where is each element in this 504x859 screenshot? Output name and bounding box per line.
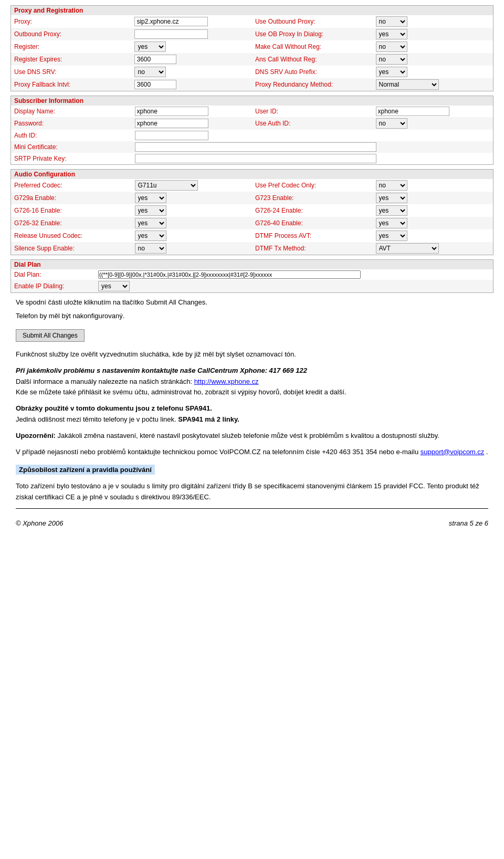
select-g723[interactable]: yesno [376,193,407,203]
config-area: Proxy and Registration Proxy: Use Outbou… [10,5,494,293]
input-display-name[interactable] [135,107,208,116]
value-g726-24: yesno [373,204,494,217]
select-g726-24[interactable]: yesno [376,205,407,216]
label-silence-supp: Silence Supp Enable: [11,242,132,255]
label-proxy-fallback: Proxy Fallback Intvl: [11,78,131,91]
footer-left: © Xphone 2006 [16,519,64,527]
dialplan-section-header: Dial Plan [11,260,493,269]
input-dial-plan[interactable] [98,270,361,279]
select-use-outbound-proxy[interactable]: noyes [376,16,407,27]
submit-all-changes-button[interactable]: Submit All Changes [16,329,85,342]
select-g726-40[interactable]: yesno [376,218,407,228]
input-outbound-proxy[interactable] [134,29,208,39]
para3-normal: Jediná odlišnost mezi těmito telefony je… [16,415,176,423]
value-use-auth-id: noyes [373,117,494,130]
footer: © Xphone 2006 strana 5 ze 6 [16,519,488,527]
audio-table: Preferred Codec: G711uG711aG729aG723 Use… [11,179,493,255]
label-g729a: G729a Enable: [11,192,132,204]
table-row: Dial Plan: [11,269,493,280]
input-mini-cert[interactable] [135,142,376,152]
input-user-id[interactable] [376,107,449,116]
value-dns-srv-auto-prefix: yesno [373,66,494,78]
dialplan-table: Dial Plan: Enable IP Dialing: yesno [11,269,493,292]
label-outbound-proxy: Outbound Proxy: [11,28,131,40]
input-proxy[interactable] [134,17,208,26]
input-password[interactable] [135,119,208,128]
value-g723: yesno [373,192,494,204]
label-dns-srv-auto-prefix: DNS SRV Auto Prefix: [252,66,373,78]
label-empty1 [252,130,373,141]
value-proxy-fallback [131,78,251,91]
select-enable-ip-dialing[interactable]: yesno [98,281,130,291]
footer-right: strana 5 ze 6 [449,519,488,527]
value-password [132,117,253,130]
select-g726-16[interactable]: yesno [135,205,166,216]
main-content: Ve spodní části uložte kliknutím na tlač… [10,297,494,527]
xphone-link[interactable]: http://www.xphone.cz [194,378,259,385]
select-dns-srv-auto-prefix[interactable]: yesno [376,67,407,77]
para6: Toto zařízení bylo testováno a je v soul… [16,481,488,503]
page: Proxy and Registration Proxy: Use Outbou… [0,0,504,538]
para5: V případě nejasností nebo problémů konta… [16,447,488,458]
highlight-box: Způsobilost zařízení a pravidla používán… [16,465,155,475]
select-preferred-codec[interactable]: G711uG711aG729aG723 [135,180,198,191]
select-use-ob-dialog[interactable]: yesno [376,29,407,39]
table-row: Display Name: User ID: [11,106,493,117]
para5-end: . [486,448,488,456]
select-use-pref-codec-only[interactable]: noyes [376,180,407,191]
select-use-dns-srv[interactable]: noyes [134,67,166,77]
value-auth-id [132,130,253,141]
select-silence-supp[interactable]: noyes [135,243,166,254]
value-mini-cert [132,141,494,153]
label-proxy-redundancy: Proxy Redundancy Method: [252,78,373,91]
label-g726-24: G726-24 Enable: [252,204,373,217]
value-srtp-key [132,153,494,164]
table-row: Enable IP Dialing: yesno [11,280,493,292]
para3-bold2: SPA941 má 2 linky. [178,415,239,423]
audio-section-header: Audio Configuration [11,170,493,179]
label-release-unused-codec: Release Unused Codec: [11,229,132,242]
select-make-call-without-reg[interactable]: noyes [376,41,407,52]
label-enable-ip-dialing: Enable IP Dialing: [11,280,95,292]
para1: Funkčnost služby lze ověřit vyzvednutím … [16,349,488,360]
label-dial-plan: Dial Plan: [11,269,95,280]
select-g729a[interactable]: yesno [135,193,166,203]
para4-label: Upozornění: [16,432,56,439]
select-ans-call-without-reg[interactable]: noyes [376,54,407,65]
select-dtmf-avt[interactable]: yesno [376,231,407,241]
proxy-table: Proxy: Use Outbound Proxy: noyes Outboun… [11,15,493,91]
value-enable-ip-dialing: yesno [95,280,179,292]
label-auth-id: Auth ID: [11,130,132,141]
value-dtmf-tx-method: AVTInBandINFO [373,242,494,255]
value-register-expires [131,53,251,66]
input-srtp-key[interactable] [135,154,376,163]
table-row: Preferred Codec: G711uG711aG729aG723 Use… [11,179,493,192]
label-srtp-key: SRTP Private Key: [11,153,132,164]
select-proxy-redundancy[interactable]: NormalHuntRound Robin [376,79,439,90]
table-row: SRTP Private Key: [11,153,493,164]
label-register: Register: [11,40,131,53]
label-password: Password: [11,117,132,130]
input-auth-id[interactable] [135,131,208,140]
select-release-unused-codec[interactable]: yesno [135,231,166,241]
label-ans-call-without-reg: Ans Call Without Reg: [252,53,373,66]
value-g726-16: yesno [132,204,253,217]
input-register-expires[interactable] [134,55,176,64]
value-use-outbound-proxy: noyes [373,15,494,28]
voipcom-link[interactable]: support@voipcom.cz [421,448,485,456]
label-use-ob-dialog: Use OB Proxy In Dialog: [252,28,373,40]
value-release-unused-codec: yesno [132,229,253,242]
select-use-auth-id[interactable]: noyes [376,118,407,129]
table-row: Silence Supp Enable: noyes DTMF Tx Metho… [11,242,493,255]
para2-normal: Další informace a manuály nalezezte na n… [16,378,192,385]
subscriber-section: Subscriber Information Display Name: Use… [10,96,494,165]
value-user-id [373,106,494,117]
select-dtmf-tx-method[interactable]: AVTInBandINFO [376,243,439,254]
select-register[interactable]: yesno [134,41,166,52]
label-dtmf-tx-method: DTMF Tx Method: [252,242,373,255]
table-row: Password: Use Auth ID: noyes [11,117,493,130]
label-use-dns-srv: Use DNS SRV: [11,66,131,78]
input-proxy-fallback[interactable] [134,80,176,89]
table-row: Proxy Fallback Intvl: Proxy Redundancy M… [11,78,493,91]
select-g726-32[interactable]: yesno [135,218,166,228]
